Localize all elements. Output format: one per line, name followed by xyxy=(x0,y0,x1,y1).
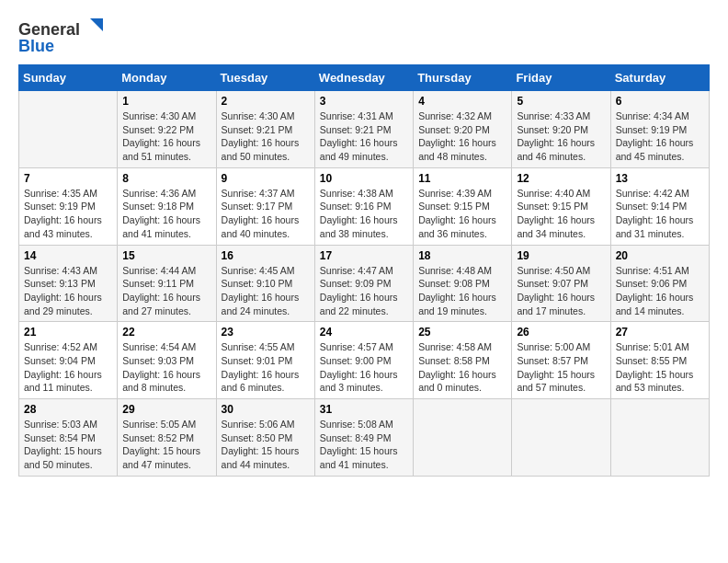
day-info: Sunrise: 4:45 AMSunset: 9:10 PMDaylight:… xyxy=(222,264,310,318)
day-info: Sunrise: 5:06 AMSunset: 8:50 PMDaylight:… xyxy=(222,418,310,472)
day-number: 30 xyxy=(222,403,310,416)
calendar-cell: 19Sunrise: 4:50 AMSunset: 9:07 PMDayligh… xyxy=(512,245,610,322)
day-info: Sunrise: 4:35 AMSunset: 9:19 PMDaylight:… xyxy=(24,187,112,241)
day-number: 6 xyxy=(616,95,704,108)
day-info: Sunrise: 4:44 AMSunset: 9:11 PMDaylight:… xyxy=(122,264,210,318)
day-number: 4 xyxy=(418,95,506,108)
day-info: Sunrise: 5:05 AMSunset: 8:52 PMDaylight:… xyxy=(122,418,210,472)
day-info: Sunrise: 4:43 AMSunset: 9:13 PMDaylight:… xyxy=(24,264,112,318)
calendar-cell: 7Sunrise: 4:35 AMSunset: 9:19 PMDaylight… xyxy=(19,167,118,245)
day-number: 18 xyxy=(418,249,506,262)
day-number: 1 xyxy=(122,95,210,108)
calendar-cell: 5Sunrise: 4:33 AMSunset: 9:20 PMDaylight… xyxy=(512,91,610,168)
weekday-header-monday: Monday xyxy=(118,65,216,91)
day-number: 3 xyxy=(320,95,408,108)
day-info: Sunrise: 4:32 AMSunset: 9:20 PMDaylight:… xyxy=(418,109,506,164)
day-number: 13 xyxy=(616,172,704,185)
calendar-cell xyxy=(414,399,512,477)
day-number: 14 xyxy=(24,249,112,262)
calendar-week-row: 1Sunrise: 4:30 AMSunset: 9:22 PMDaylight… xyxy=(19,91,710,168)
svg-text:General: General xyxy=(18,20,80,39)
day-info: Sunrise: 4:30 AMSunset: 9:22 PMDaylight:… xyxy=(122,109,210,164)
day-number: 10 xyxy=(320,172,408,185)
weekday-header-wednesday: Wednesday xyxy=(314,65,413,91)
day-info: Sunrise: 4:40 AMSunset: 9:15 PMDaylight:… xyxy=(517,187,605,241)
day-info: Sunrise: 5:01 AMSunset: 8:55 PMDaylight:… xyxy=(616,340,704,395)
day-number: 12 xyxy=(517,172,605,185)
day-info: Sunrise: 4:51 AMSunset: 9:06 PMDaylight:… xyxy=(616,264,704,318)
calendar-cell xyxy=(610,399,709,477)
page-header: GeneralBlue xyxy=(18,18,710,55)
svg-marker-2 xyxy=(90,18,103,31)
calendar-cell: 24Sunrise: 4:57 AMSunset: 9:00 PMDayligh… xyxy=(314,322,413,399)
day-number: 7 xyxy=(24,172,112,185)
calendar-cell: 25Sunrise: 4:58 AMSunset: 8:58 PMDayligh… xyxy=(414,322,512,399)
day-info: Sunrise: 5:08 AMSunset: 8:49 PMDaylight:… xyxy=(320,418,408,472)
calendar-cell: 8Sunrise: 4:36 AMSunset: 9:18 PMDaylight… xyxy=(118,167,216,245)
day-number: 21 xyxy=(24,326,112,339)
calendar-cell: 30Sunrise: 5:06 AMSunset: 8:50 PMDayligh… xyxy=(216,399,314,477)
logo-icon: GeneralBlue xyxy=(18,18,110,55)
day-info: Sunrise: 4:55 AMSunset: 9:01 PMDaylight:… xyxy=(222,340,310,395)
day-info: Sunrise: 4:42 AMSunset: 9:14 PMDaylight:… xyxy=(616,187,704,241)
calendar-cell: 26Sunrise: 5:00 AMSunset: 8:57 PMDayligh… xyxy=(512,322,610,399)
calendar-cell xyxy=(19,91,118,168)
calendar-cell: 13Sunrise: 4:42 AMSunset: 9:14 PMDayligh… xyxy=(610,167,709,245)
day-number: 31 xyxy=(320,403,408,416)
weekday-header-saturday: Saturday xyxy=(610,65,709,91)
logo: GeneralBlue xyxy=(18,18,110,55)
weekday-header-thursday: Thursday xyxy=(414,65,512,91)
day-number: 8 xyxy=(122,172,210,185)
day-info: Sunrise: 4:57 AMSunset: 9:00 PMDaylight:… xyxy=(320,340,408,395)
calendar-cell: 18Sunrise: 4:48 AMSunset: 9:08 PMDayligh… xyxy=(414,245,512,322)
day-number: 24 xyxy=(320,326,408,339)
calendar-cell: 20Sunrise: 4:51 AMSunset: 9:06 PMDayligh… xyxy=(610,245,709,322)
day-number: 20 xyxy=(616,249,704,262)
calendar-cell: 11Sunrise: 4:39 AMSunset: 9:15 PMDayligh… xyxy=(414,167,512,245)
calendar-week-row: 28Sunrise: 5:03 AMSunset: 8:54 PMDayligh… xyxy=(19,399,710,477)
day-info: Sunrise: 4:52 AMSunset: 9:04 PMDaylight:… xyxy=(24,340,112,395)
weekday-header-friday: Friday xyxy=(512,65,610,91)
calendar-cell: 22Sunrise: 4:54 AMSunset: 9:03 PMDayligh… xyxy=(118,322,216,399)
day-number: 16 xyxy=(222,249,310,262)
calendar-cell: 28Sunrise: 5:03 AMSunset: 8:54 PMDayligh… xyxy=(19,399,118,477)
calendar-cell: 9Sunrise: 4:37 AMSunset: 9:17 PMDaylight… xyxy=(216,167,314,245)
weekday-header-row: SundayMondayTuesdayWednesdayThursdayFrid… xyxy=(19,65,710,91)
day-number: 2 xyxy=(222,95,310,108)
calendar-cell: 10Sunrise: 4:38 AMSunset: 9:16 PMDayligh… xyxy=(314,167,413,245)
calendar-cell: 17Sunrise: 4:47 AMSunset: 9:09 PMDayligh… xyxy=(314,245,413,322)
day-info: Sunrise: 4:58 AMSunset: 8:58 PMDaylight:… xyxy=(418,340,506,395)
calendar-cell: 27Sunrise: 5:01 AMSunset: 8:55 PMDayligh… xyxy=(610,322,709,399)
day-info: Sunrise: 4:33 AMSunset: 9:20 PMDaylight:… xyxy=(517,109,605,164)
calendar-cell: 4Sunrise: 4:32 AMSunset: 9:20 PMDaylight… xyxy=(414,91,512,168)
calendar-cell: 15Sunrise: 4:44 AMSunset: 9:11 PMDayligh… xyxy=(118,245,216,322)
day-info: Sunrise: 5:00 AMSunset: 8:57 PMDaylight:… xyxy=(517,340,605,395)
calendar-cell: 2Sunrise: 4:30 AMSunset: 9:21 PMDaylight… xyxy=(216,91,314,168)
calendar-week-row: 14Sunrise: 4:43 AMSunset: 9:13 PMDayligh… xyxy=(19,245,710,322)
calendar-cell: 14Sunrise: 4:43 AMSunset: 9:13 PMDayligh… xyxy=(19,245,118,322)
weekday-header-sunday: Sunday xyxy=(19,65,118,91)
calendar-cell: 1Sunrise: 4:30 AMSunset: 9:22 PMDaylight… xyxy=(118,91,216,168)
day-info: Sunrise: 4:47 AMSunset: 9:09 PMDaylight:… xyxy=(320,264,408,318)
calendar-cell: 12Sunrise: 4:40 AMSunset: 9:15 PMDayligh… xyxy=(512,167,610,245)
calendar-cell: 3Sunrise: 4:31 AMSunset: 9:21 PMDaylight… xyxy=(314,91,413,168)
day-info: Sunrise: 4:31 AMSunset: 9:21 PMDaylight:… xyxy=(320,109,408,164)
day-number: 9 xyxy=(222,172,310,185)
day-number: 15 xyxy=(122,249,210,262)
day-info: Sunrise: 4:50 AMSunset: 9:07 PMDaylight:… xyxy=(517,264,605,318)
day-number: 26 xyxy=(517,326,605,339)
day-number: 28 xyxy=(24,403,112,416)
day-number: 25 xyxy=(418,326,506,339)
svg-text:Blue: Blue xyxy=(18,37,54,55)
day-number: 29 xyxy=(122,403,210,416)
day-info: Sunrise: 4:39 AMSunset: 9:15 PMDaylight:… xyxy=(418,187,506,241)
day-info: Sunrise: 4:48 AMSunset: 9:08 PMDaylight:… xyxy=(418,264,506,318)
day-number: 19 xyxy=(517,249,605,262)
day-info: Sunrise: 4:36 AMSunset: 9:18 PMDaylight:… xyxy=(122,187,210,241)
day-number: 27 xyxy=(616,326,704,339)
day-info: Sunrise: 4:38 AMSunset: 9:16 PMDaylight:… xyxy=(320,187,408,241)
calendar-week-row: 21Sunrise: 4:52 AMSunset: 9:04 PMDayligh… xyxy=(19,322,710,399)
day-info: Sunrise: 4:30 AMSunset: 9:21 PMDaylight:… xyxy=(222,109,310,164)
calendar-week-row: 7Sunrise: 4:35 AMSunset: 9:19 PMDaylight… xyxy=(19,167,710,245)
calendar-cell: 21Sunrise: 4:52 AMSunset: 9:04 PMDayligh… xyxy=(19,322,118,399)
